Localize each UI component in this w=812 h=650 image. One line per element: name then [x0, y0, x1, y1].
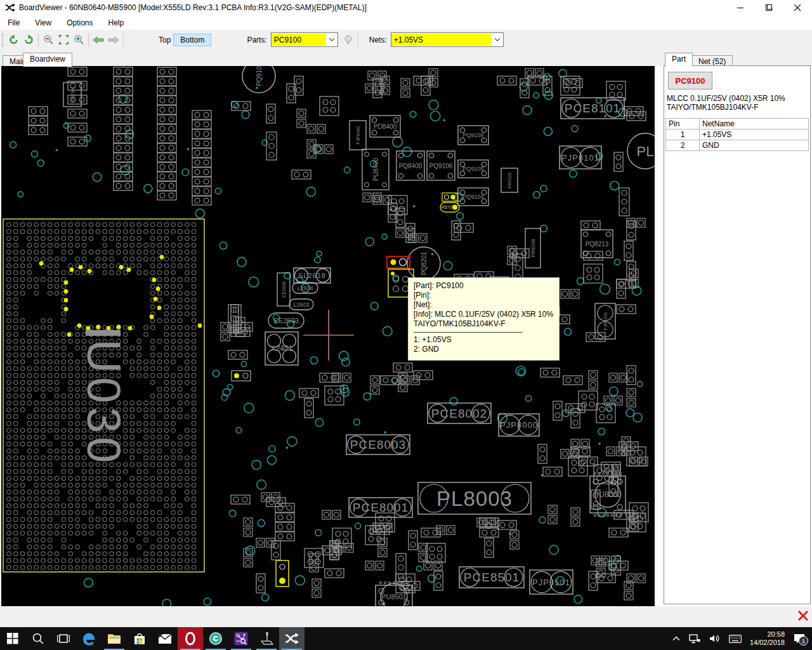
- tooltip-pin1: 1: +1.05VS: [414, 335, 559, 345]
- start-button[interactable]: [0, 627, 25, 650]
- svg-text:PCE8002: PCE8002: [431, 407, 487, 420]
- file-explorer-button[interactable]: [102, 627, 127, 650]
- svg-text:PR9100: PR9100: [508, 172, 512, 188]
- toolbar: Top Bottom Parts: PC9100 Nets: +1.05VS: [0, 30, 812, 50]
- eset-button[interactable]: [203, 627, 228, 650]
- view-tabstrip: Main Boardview Part Net (52): [0, 50, 812, 66]
- board-canvas-area[interactable]: U030PQ910RN2301PD8400PJP8400PU8400PQ8400…: [1, 66, 655, 606]
- taskbar-search-button[interactable]: [25, 627, 51, 650]
- soldering-tool-button[interactable]: [254, 627, 279, 650]
- menu-view[interactable]: View: [27, 18, 59, 27]
- search-icon: [32, 632, 44, 645]
- pin-table-header: Pin NetName: [666, 119, 809, 129]
- zoom-fit-button[interactable]: [56, 33, 71, 47]
- svg-text:PJP8101: PJP8101: [561, 153, 599, 162]
- right-panel: PC9100 MLCC 0.1UF/25V (0402) X5R 10% TAI…: [664, 65, 811, 604]
- nets-combobox[interactable]: +1.05VS: [391, 32, 504, 47]
- table-row[interactable]: 2 GND: [666, 140, 809, 151]
- svg-text:PCE8501: PCE8501: [464, 571, 520, 584]
- rotate-ccw-button[interactable]: [6, 33, 21, 47]
- svg-text:PQ8201: PQ8201: [421, 251, 428, 275]
- rotate-cw-button[interactable]: [21, 33, 36, 47]
- status-strip: [0, 606, 812, 627]
- top-toggle[interactable]: Top: [159, 36, 171, 44]
- boardviewer-taskbar-button[interactable]: [279, 627, 304, 650]
- forward-arrow-icon: [108, 36, 119, 44]
- back-arrow-icon: [93, 36, 104, 44]
- tooltip-part-line: [Part]: PC9100: [414, 281, 559, 291]
- pcb-tool-button[interactable]: [228, 627, 254, 650]
- tray-chevron-button[interactable]: [672, 636, 680, 641]
- svg-text:L2603: L2603: [293, 302, 309, 308]
- tab-part[interactable]: Part: [665, 53, 693, 67]
- svg-text:SL2618: SL2618: [298, 272, 326, 279]
- nets-value: +1.05VS: [391, 34, 492, 46]
- keyboard-tray-button[interactable]: [729, 635, 742, 643]
- window-title: BoardViewer - 60NB0640-MB5900 [Model:X55…: [19, 3, 367, 12]
- svg-text:CE2603: CE2603: [273, 317, 299, 324]
- opera-button[interactable]: [178, 627, 203, 650]
- pin-header: Pin: [666, 119, 700, 129]
- opera-icon: [184, 632, 197, 646]
- boardviewer-icon: [285, 632, 299, 646]
- part-ref-button[interactable]: PC9100: [668, 72, 712, 90]
- highlight-bulb-button[interactable]: [341, 33, 356, 47]
- parts-dropdown-arrow[interactable]: [326, 34, 337, 46]
- store-icon: [133, 632, 146, 646]
- table-row[interactable]: 1 +1.05VS: [666, 129, 809, 140]
- volume-tray-button[interactable]: [709, 634, 720, 643]
- network-tray-button[interactable]: [689, 634, 700, 644]
- svg-text:RN2301: RN2301: [70, 86, 75, 103]
- close-button[interactable]: [783, 0, 812, 15]
- system-tray: 20:58 14/02/2018 1: [668, 627, 812, 650]
- close-icon: [794, 4, 801, 11]
- parts-combobox[interactable]: PC9100: [271, 32, 338, 47]
- tooltip-net-line: [Net]:: [414, 300, 559, 310]
- svg-text:PD8400: PD8400: [374, 123, 397, 130]
- mail-icon: [158, 633, 172, 644]
- panel-close-icon[interactable]: [796, 609, 810, 623]
- taskbar-clock[interactable]: 20:58 14/02/2018: [750, 630, 785, 647]
- store-button[interactable]: [127, 627, 152, 650]
- part-info-line1: MLCC 0.1UF/25V (0402) X5R 10%: [667, 94, 808, 103]
- tab-boardview[interactable]: Boardview: [23, 53, 72, 67]
- svg-text:PQ9105: PQ9105: [462, 166, 483, 172]
- chevron-up-icon: [672, 636, 680, 641]
- bottom-toggle[interactable]: Bottom: [173, 34, 211, 46]
- menu-file[interactable]: File: [0, 18, 27, 27]
- forward-button[interactable]: [106, 33, 121, 47]
- maximize-button[interactable]: [755, 0, 783, 15]
- svg-text:PU8501: PU8501: [381, 593, 407, 600]
- task-view-button[interactable]: [51, 627, 76, 650]
- svg-text:PQ910: PQ910: [256, 66, 263, 86]
- title-bar: BoardViewer - 60NB0640-MB5900 [Model:X55…: [0, 0, 812, 15]
- zoom-in-button[interactable]: [71, 33, 86, 47]
- svg-text:PCE8001: PCE8001: [353, 501, 409, 514]
- mail-button[interactable]: [152, 627, 178, 650]
- minimize-button[interactable]: [726, 0, 755, 15]
- part-tooltip: [Part]: PC9100 [Pin]: [Net]: [Info]: MLC…: [408, 277, 560, 361]
- notification-center-button[interactable]: 1: [793, 633, 806, 644]
- edge-browser-button[interactable]: [76, 627, 102, 650]
- svg-text:PU8400: PU8400: [372, 157, 379, 181]
- back-button[interactable]: [91, 33, 106, 47]
- svg-text:PR8208: PR8208: [530, 239, 536, 257]
- svg-text:PJP8200: PJP8200: [603, 312, 608, 331]
- zoom-out-button[interactable]: [41, 33, 56, 47]
- svg-text:PQ9109: PQ9109: [462, 132, 483, 138]
- svg-text:L2604: L2604: [297, 285, 313, 291]
- nets-label: Nets:: [369, 36, 387, 44]
- pin-table: Pin NetName 1 +1.05VS 2 GND: [665, 118, 809, 151]
- soldering-iron-icon: [259, 632, 273, 646]
- parts-value: PC9100: [272, 34, 326, 46]
- tooltip-separator: [414, 332, 523, 333]
- screen: { "window": { "title": "BoardViewer - 60…: [0, 0, 812, 650]
- svg-text:PL: PL: [637, 143, 654, 159]
- netname-header: NetName: [700, 119, 809, 129]
- nets-dropdown-arrow[interactable]: [492, 34, 503, 46]
- menu-help[interactable]: Help: [101, 18, 132, 27]
- parts-label: Parts:: [247, 36, 266, 44]
- eset-icon: [209, 632, 223, 646]
- menu-options[interactable]: Options: [59, 18, 100, 27]
- svg-text:PQ9106: PQ9106: [429, 162, 453, 169]
